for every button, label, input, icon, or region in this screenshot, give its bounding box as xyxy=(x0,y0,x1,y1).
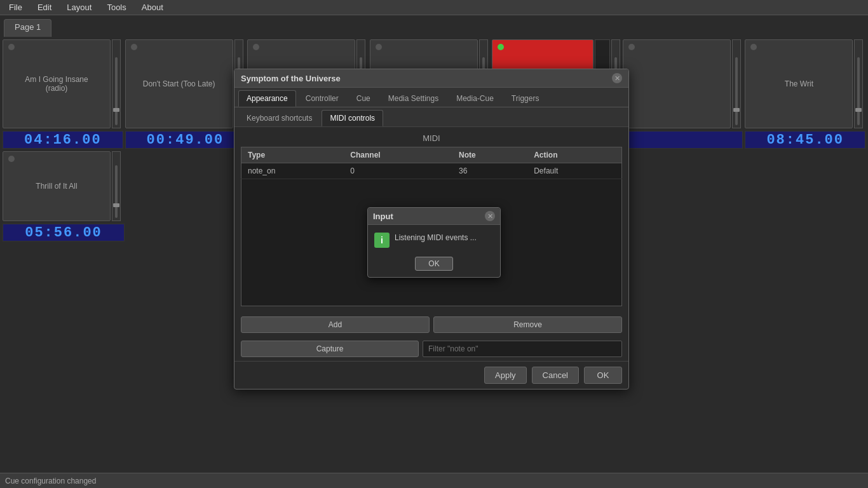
add-button[interactable]: Add xyxy=(241,316,430,333)
tab-triggers[interactable]: Triggers xyxy=(503,90,548,107)
row-channel: 0 xyxy=(344,163,452,179)
action-row: Apply Cancel OK xyxy=(234,361,628,389)
input-dialog-titlebar: Input ✕ xyxy=(368,208,500,225)
col-type: Type xyxy=(241,147,344,163)
midi-label: MIDI xyxy=(241,133,622,143)
menubar: File Edit Layout Tools About xyxy=(0,0,868,15)
tab-media-cue[interactable]: Media-Cue xyxy=(448,90,502,107)
add-remove-row: Add Remove xyxy=(234,313,628,337)
cue-indicator-5 xyxy=(498,44,504,50)
cue-indicator-1 xyxy=(8,44,15,50)
row-note: 36 xyxy=(452,163,527,179)
dialog-title: Symptom of the Universe xyxy=(241,74,341,83)
dialog-main-tabs: Appearance Controller Cue Media Settings… xyxy=(234,88,628,107)
cue-fader-6[interactable] xyxy=(732,39,741,128)
input-dialog-message: Listening MIDI events ... xyxy=(395,233,477,243)
cue-column-6 xyxy=(623,39,743,149)
input-dialog-title-text: Input xyxy=(373,212,393,221)
input-dialog: Input ✕ i Listening MIDI events ... OK xyxy=(367,207,501,278)
statusbar: Cue configuration changed xyxy=(0,473,868,488)
cue-box-7[interactable]: The Writ xyxy=(745,39,853,128)
input-ok-button[interactable]: OK xyxy=(415,257,452,271)
menu-edit[interactable]: Edit xyxy=(34,1,55,13)
apply-button[interactable]: Apply xyxy=(484,367,527,384)
tab-controller[interactable]: Controller xyxy=(297,90,347,107)
cue-fader-7[interactable] xyxy=(854,39,863,128)
cue-column-1: Am I Going Insane (radio) 04:16.00 xyxy=(3,39,123,149)
cue-indicator-3 xyxy=(253,44,259,50)
cue-timer-2: 00:49.00 xyxy=(125,131,246,149)
cue-title-b1: Thrill of It All xyxy=(33,179,79,193)
cue-timer-6 xyxy=(623,131,743,149)
subtab-midi-controls[interactable]: MIDI controls xyxy=(322,110,383,126)
tab-media-settings[interactable]: Media Settings xyxy=(380,90,447,107)
capture-filter-row: Capture xyxy=(234,337,628,361)
capture-button[interactable]: Capture xyxy=(241,341,419,357)
info-icon: i xyxy=(374,233,390,248)
col-channel: Channel xyxy=(344,147,452,163)
tabbar: Page 1 xyxy=(0,15,868,37)
cue-column-2: Don't Start (Too Late) 00:49.00 xyxy=(125,39,246,149)
cue-box-2[interactable]: Don't Start (Too Late) xyxy=(125,39,233,128)
col-note: Note xyxy=(452,147,527,163)
cue-indicator-b1 xyxy=(8,156,15,162)
cue-timer-b1: 05:56.00 xyxy=(3,224,125,241)
cancel-button[interactable]: Cancel xyxy=(532,367,579,384)
table-row[interactable]: note_on 0 36 Default xyxy=(241,163,622,179)
tab-appearance[interactable]: Appearance xyxy=(238,90,296,107)
cue-timer-7: 08:45.00 xyxy=(745,131,865,149)
filter-input[interactable] xyxy=(423,341,622,357)
ok-button[interactable]: OK xyxy=(584,367,622,384)
cue-column-7: The Writ 08:45.00 xyxy=(745,39,865,149)
cue-box-6[interactable] xyxy=(623,39,731,128)
tab-cue[interactable]: Cue xyxy=(348,90,379,107)
midi-table: Type Channel Note Action note_on 0 36 De… xyxy=(241,147,622,179)
menu-tools[interactable]: Tools xyxy=(103,1,130,13)
dialog-close-button[interactable]: ✕ xyxy=(612,73,622,83)
cue-title-7: The Writ xyxy=(782,77,816,91)
dialog-sub-tabs: Keyboard shortcuts MIDI controls xyxy=(234,107,628,127)
dialog-titlebar: Symptom of the Universe ✕ xyxy=(234,69,628,88)
cue-column-b1: Thrill of It All 05:56.00 xyxy=(3,151,125,241)
input-dialog-body: i Listening MIDI events ... xyxy=(368,225,500,254)
cue-fader-b1[interactable] xyxy=(112,151,121,221)
cue-box-1[interactable]: Am I Going Insane (radio) xyxy=(3,39,111,128)
cue-title-1: Am I Going Insane (radio) xyxy=(22,72,90,95)
menu-layout[interactable]: Layout xyxy=(63,1,95,13)
tab-page1[interactable]: Page 1 xyxy=(4,19,51,37)
col-action: Action xyxy=(527,147,621,163)
cue-indicator-2 xyxy=(131,44,137,50)
cue-timer-1: 04:16.00 xyxy=(3,131,123,149)
row-action: Default xyxy=(527,163,621,179)
menu-file[interactable]: File xyxy=(5,1,26,13)
row-type: note_on xyxy=(241,163,344,179)
cue-title-2: Don't Start (Too Late) xyxy=(140,77,218,91)
cue-fader-1[interactable] xyxy=(112,39,121,128)
cue-indicator-6 xyxy=(628,44,635,50)
cue-indicator-4 xyxy=(376,44,382,50)
cue-indicator-7 xyxy=(750,44,757,50)
statusbar-text: Cue configuration changed xyxy=(5,477,96,485)
remove-button[interactable]: Remove xyxy=(433,316,622,333)
input-dialog-close-button[interactable]: ✕ xyxy=(485,211,495,221)
menu-about[interactable]: About xyxy=(138,1,167,13)
subtab-keyboard-shortcuts[interactable]: Keyboard shortcuts xyxy=(238,110,320,126)
cue-box-b1[interactable]: Thrill of It All xyxy=(3,151,111,221)
